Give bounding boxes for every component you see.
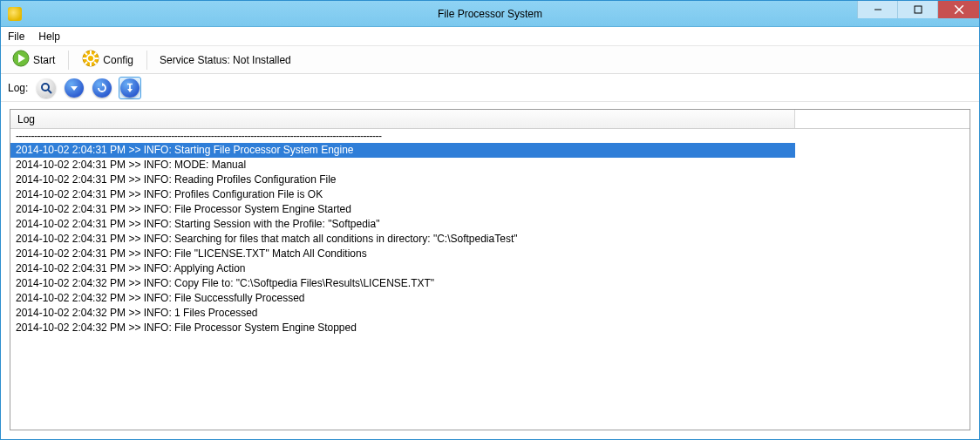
close-button[interactable] [937,1,979,18]
window-title: File Processor System [1,8,979,20]
log-row[interactable]: 2014-10-02 2:04:32 PM >> INFO: File Proc… [10,321,970,335]
log-row[interactable]: 2014-10-02 2:04:31 PM >> INFO: File Proc… [10,202,970,217]
menubar: File Help [1,27,979,46]
service-status: Service Status: Not Installed [160,54,291,66]
log-row[interactable]: 2014-10-02 2:04:31 PM >> INFO: Profiles … [10,187,970,202]
log-row[interactable]: 2014-10-02 2:04:31 PM >> INFO: Starting … [10,143,795,158]
play-icon [12,50,30,70]
log-row[interactable]: 2014-10-02 2:04:31 PM >> INFO: Reading P… [10,173,970,187]
toolbar-separator [68,51,69,70]
log-row[interactable]: 2014-10-02 2:04:31 PM >> INFO: MODE: Man… [10,158,970,173]
config-button[interactable]: Config [76,49,140,71]
start-button[interactable]: Start [6,49,61,71]
scroll-down-button[interactable] [63,77,85,99]
svg-point-16 [42,84,49,91]
toolbar: Start Config Service Status: Not Install… [1,46,979,74]
log-label: Log: [8,82,28,94]
log-rows[interactable]: ----------------------------------------… [10,129,970,430]
export-log-button[interactable] [119,77,141,99]
content-area: Log ------------------------------------… [1,102,979,439]
maximize-button[interactable] [897,1,937,18]
log-toolbar: Log: [1,74,979,102]
titlebar[interactable]: File Processor System [1,1,979,27]
refresh-icon [92,78,112,98]
app-window: File Processor System File Help Start [0,0,980,440]
log-row[interactable]: 2014-10-02 2:04:32 PM >> INFO: 1 Files P… [10,306,970,321]
gear-icon [82,50,99,70]
log-panel: Log ------------------------------------… [10,109,970,430]
menu-help[interactable]: Help [38,30,60,43]
svg-line-17 [48,90,51,93]
log-row[interactable]: 2014-10-02 2:04:31 PM >> INFO: File "LIC… [10,247,970,261]
log-row[interactable]: 2014-10-02 2:04:31 PM >> INFO: Starting … [10,217,970,232]
log-column-header[interactable]: Log [10,110,795,128]
export-icon [120,78,140,98]
down-arrow-icon [65,78,84,98]
magnifier-icon [37,78,56,98]
start-label: Start [33,54,55,66]
log-row[interactable]: 2014-10-02 2:04:32 PM >> INFO: File Succ… [10,291,970,306]
toolbar-separator [146,51,147,70]
refresh-log-button[interactable] [91,77,113,99]
log-row[interactable]: 2014-10-02 2:04:32 PM >> INFO: Copy File… [10,276,970,291]
app-icon [8,7,22,21]
log-divider: ----------------------------------------… [10,129,970,143]
search-log-button[interactable] [35,77,58,99]
menu-file[interactable]: File [8,30,24,43]
log-row[interactable]: 2014-10-02 2:04:31 PM >> INFO: Applying … [10,261,970,276]
log-header: Log [10,110,970,129]
minimize-button[interactable] [857,1,897,18]
log-row[interactable]: 2014-10-02 2:04:31 PM >> INFO: Searching… [10,232,970,247]
svg-marker-21 [127,89,133,92]
config-label: Config [103,54,133,66]
svg-marker-18 [71,86,78,91]
svg-rect-1 [915,6,922,13]
